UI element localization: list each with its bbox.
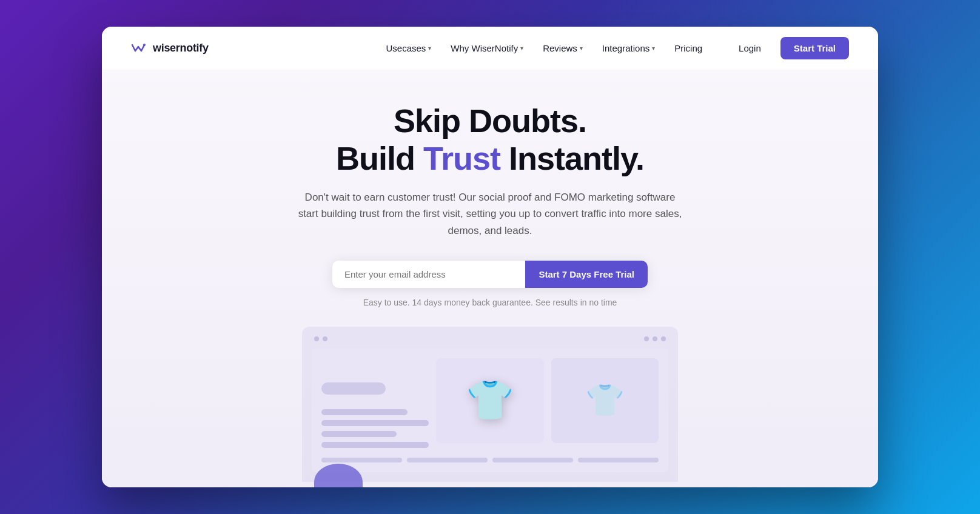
chevron-down-icon: ▾ xyxy=(580,45,583,52)
hero-section: Skip Doubts. Build Trust Instantly. Don'… xyxy=(102,70,878,487)
mockup-text-bar xyxy=(321,431,397,437)
product-mockup: 👕 👕 xyxy=(302,327,678,482)
mockup-bottom-block xyxy=(407,458,488,462)
mockup-bar xyxy=(312,336,668,341)
nav-item-reviews[interactable]: Reviews ▾ xyxy=(535,38,590,58)
nav-item-integrations[interactable]: Integrations ▾ xyxy=(595,38,662,58)
nav-links: Usecases ▾ Why WiserNotify ▾ Reviews ▾ I… xyxy=(378,38,710,58)
hero-subtext: Don't wait to earn customer trust! Our s… xyxy=(296,189,684,239)
shirt-icon: 👕 xyxy=(466,378,514,423)
navbar: wisernotify Usecases ▾ Why WiserNotify ▾… xyxy=(102,27,878,70)
browser-dots-left xyxy=(314,336,327,341)
chevron-down-icon: ▾ xyxy=(652,45,655,52)
browser-dot xyxy=(661,336,666,341)
cta-note: Easy to use. 14 days money back guarante… xyxy=(363,298,617,307)
browser-dot xyxy=(314,336,319,341)
mockup-bottom-block xyxy=(321,458,402,462)
email-cta-row: Start 7 Days Free Trial xyxy=(332,261,648,288)
chevron-down-icon: ▾ xyxy=(428,45,431,52)
heading-line2-post: Instantly. xyxy=(500,140,644,176)
mockup-product-card-secondary: 👕 xyxy=(551,358,659,443)
mockup-bottom-block xyxy=(492,458,573,462)
email-input[interactable] xyxy=(332,261,525,288)
login-button[interactable]: Login xyxy=(729,38,771,58)
mockup-text-bar xyxy=(321,409,408,415)
heading-line2-pre: Build xyxy=(336,140,423,176)
logo-icon xyxy=(131,42,148,55)
mockup-left-column xyxy=(321,358,429,448)
browser-dot xyxy=(644,336,649,341)
mockup-button-placeholder xyxy=(321,382,386,395)
browser-dot xyxy=(323,336,327,341)
mockup-bottom-block xyxy=(578,458,659,462)
hero-heading: Skip Doubts. Build Trust Instantly. xyxy=(336,102,644,177)
shirt-white-icon: 👕 xyxy=(585,382,625,419)
heading-line1: Skip Doubts. xyxy=(394,102,586,139)
nav-item-why[interactable]: Why WiserNotify ▾ xyxy=(443,38,531,58)
mockup-bottom-row xyxy=(321,458,659,462)
browser-dot xyxy=(653,336,657,341)
mockup-inner: 👕 👕 xyxy=(312,349,668,472)
heading-trust-word: Trust xyxy=(423,140,500,176)
mockup-text-bar xyxy=(321,442,429,448)
nav-item-usecases[interactable]: Usecases ▾ xyxy=(378,38,438,58)
browser-window: wisernotify Usecases ▾ Why WiserNotify ▾… xyxy=(102,27,878,487)
chevron-down-icon: ▾ xyxy=(520,45,523,52)
svg-point-0 xyxy=(143,44,146,46)
mockup-text-bar xyxy=(321,420,429,426)
logo-text: wisernotify xyxy=(153,42,209,55)
mockup-product-card-main: 👕 xyxy=(436,358,543,443)
logo[interactable]: wisernotify xyxy=(131,42,209,55)
nav-actions: Login Start Trial xyxy=(729,37,849,59)
cta-button[interactable]: Start 7 Days Free Trial xyxy=(525,261,648,288)
start-trial-button[interactable]: Start Trial xyxy=(780,37,849,59)
browser-dots-right xyxy=(644,336,666,341)
nav-item-pricing[interactable]: Pricing xyxy=(667,38,710,58)
